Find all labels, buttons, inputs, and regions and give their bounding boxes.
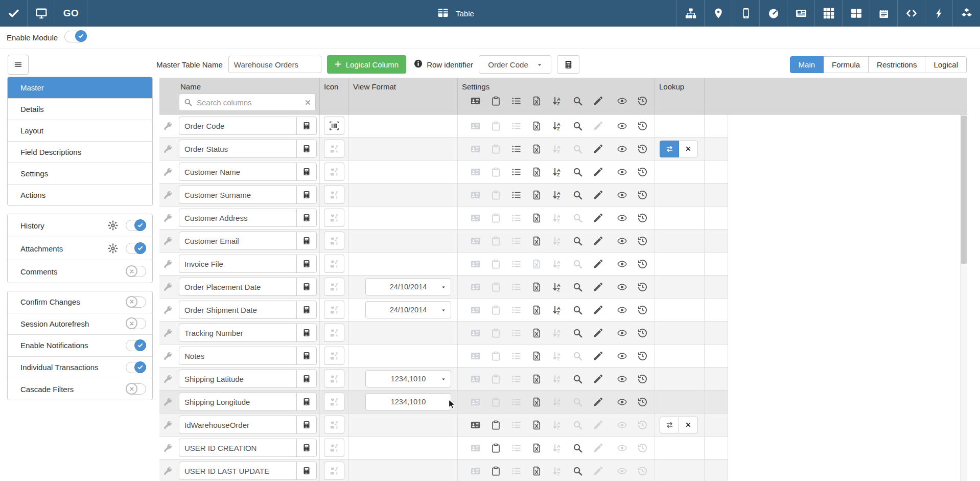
column-icon-button[interactable] [324, 140, 344, 158]
id-card-toggle[interactable] [465, 258, 485, 270]
clipboard-toggle[interactable] [485, 281, 506, 293]
search-toggle[interactable] [567, 396, 588, 408]
column-formula-button[interactable] [296, 439, 316, 456]
excel-file-toggle[interactable] [526, 189, 547, 201]
pencil-toggle[interactable] [588, 327, 608, 339]
eye-toggle[interactable] [612, 465, 632, 477]
column-icon-button[interactable] [324, 462, 344, 480]
sort-alpha-toggle[interactable]: AZ [547, 396, 567, 408]
list-toggle[interactable] [506, 235, 526, 247]
list-header-button[interactable] [506, 95, 526, 107]
id-card-toggle[interactable] [465, 235, 485, 247]
search-toggle[interactable] [567, 120, 588, 132]
sort-alpha-toggle[interactable]: AZ [547, 189, 567, 201]
lookup-exchange-button[interactable] [660, 141, 679, 157]
eye-toggle[interactable] [612, 166, 632, 178]
comments-toggle[interactable] [126, 266, 146, 277]
scrollbar-thumb[interactable] [961, 116, 967, 264]
id-card-toggle[interactable] [465, 212, 485, 224]
tab-main[interactable]: Main [790, 56, 824, 73]
column-icon-button[interactable] [324, 416, 344, 434]
enable-module-toggle[interactable] [64, 31, 87, 42]
sidebar-collapse-button[interactable] [8, 55, 29, 75]
list-toggle[interactable] [506, 120, 526, 132]
lookup-exchange-button[interactable] [660, 417, 679, 433]
layout-table-button[interactable] [842, 0, 870, 27]
column-icon-button[interactable] [324, 393, 344, 411]
excel-file-toggle[interactable] [526, 419, 547, 431]
search-toggle[interactable] [567, 327, 588, 339]
column-formula-button[interactable] [296, 462, 316, 479]
row-identifier-formula-button[interactable] [557, 55, 579, 74]
search-toggle[interactable] [567, 304, 588, 316]
pencil-toggle[interactable] [588, 143, 608, 155]
excel-file-toggle[interactable] [526, 373, 547, 385]
clipboard-toggle[interactable] [485, 235, 506, 247]
excel-file-toggle[interactable] [526, 350, 547, 362]
column-icon-button[interactable] [324, 163, 344, 181]
sort-alpha-toggle[interactable]: AZ [547, 258, 567, 270]
column-formula-button[interactable] [296, 163, 316, 180]
excel-file-toggle[interactable] [526, 442, 547, 454]
history-toggle[interactable] [632, 235, 652, 247]
sort-alpha-toggle[interactable]: AZ [547, 120, 567, 132]
column-name-input[interactable] [179, 163, 296, 180]
code-button[interactable] [897, 0, 925, 27]
sort-alpha-toggle[interactable]: AZ [547, 350, 567, 362]
pencil-toggle[interactable] [588, 419, 608, 431]
history-toggle[interactable] [632, 120, 652, 132]
clipboard-toggle[interactable] [485, 166, 506, 178]
id-card-toggle[interactable] [465, 120, 485, 132]
eye-toggle[interactable] [612, 396, 632, 408]
notes-button[interactable] [870, 0, 897, 27]
column-formula-button[interactable] [296, 140, 316, 157]
sort-alpha-toggle[interactable]: AZ [547, 373, 567, 385]
column-name-input[interactable] [179, 117, 296, 134]
search-toggle[interactable] [567, 166, 588, 178]
excel-file-toggle[interactable] [526, 396, 547, 408]
id-card-toggle[interactable] [465, 281, 485, 293]
excel-file-toggle[interactable] [526, 465, 547, 477]
column-name-input[interactable] [179, 439, 296, 456]
eye-toggle[interactable] [612, 442, 632, 454]
search-toggle[interactable] [567, 189, 588, 201]
column-name-input[interactable] [179, 301, 296, 318]
id-card-toggle[interactable] [465, 350, 485, 362]
history-toggle[interactable] [632, 189, 652, 201]
lookup-remove-button[interactable] [679, 141, 698, 157]
pencil-toggle[interactable] [588, 189, 608, 201]
pencil-toggle[interactable] [588, 258, 608, 270]
sort-alpha-toggle[interactable]: AZ [547, 281, 567, 293]
eye-toggle[interactable] [612, 143, 632, 155]
list-toggle[interactable] [506, 212, 526, 224]
list-toggle[interactable] [506, 166, 526, 178]
history-toggle[interactable] [632, 465, 652, 477]
pencil-toggle[interactable] [588, 212, 608, 224]
view-format-select[interactable]: 1234,1010 [365, 370, 451, 387]
master-table-name-input[interactable] [228, 56, 321, 73]
individual-transactions-toggle[interactable] [126, 362, 146, 373]
id-card-header-button[interactable] [465, 95, 485, 107]
history-toggle[interactable] [632, 281, 652, 293]
eye-toggle[interactable] [612, 120, 632, 132]
id-card-toggle[interactable] [465, 189, 485, 201]
column-name-input[interactable] [179, 462, 296, 479]
clipboard-toggle[interactable] [485, 465, 506, 477]
column-icon-button[interactable] [324, 301, 344, 319]
tab-logical[interactable]: Logical [925, 56, 967, 73]
search-toggle[interactable] [567, 442, 588, 454]
history-toggle[interactable] [632, 304, 652, 316]
excel-file-toggle[interactable] [526, 166, 547, 178]
column-icon-button[interactable] [324, 209, 344, 227]
sidebar-item-settings[interactable]: Settings [8, 163, 152, 184]
excel-file-toggle[interactable] [526, 120, 547, 132]
sidebar-item-actions[interactable]: Actions [8, 184, 152, 205]
eye-toggle[interactable] [612, 419, 632, 431]
list-toggle[interactable] [506, 143, 526, 155]
sort-alpha-toggle[interactable]: AZ [547, 419, 567, 431]
view-format-select[interactable]: 24/10/2014 [365, 278, 451, 295]
pencil-toggle[interactable] [588, 120, 608, 132]
excel-file-toggle[interactable] [526, 235, 547, 247]
search-toggle[interactable] [567, 212, 588, 224]
sidebar-item-layout[interactable]: Layout [8, 120, 152, 141]
